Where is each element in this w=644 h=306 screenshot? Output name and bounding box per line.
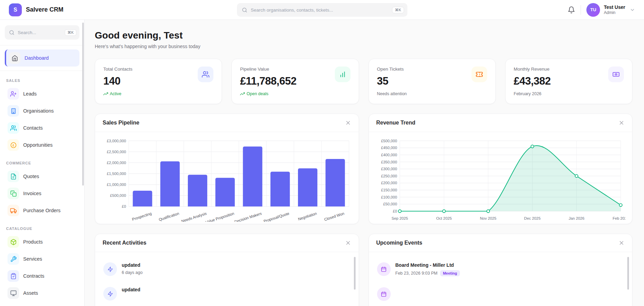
calendar-icon xyxy=(377,262,391,276)
close-icon[interactable] xyxy=(618,240,625,246)
stat-footer: Active xyxy=(103,91,133,96)
user-plus-icon xyxy=(8,88,19,100)
zap-icon xyxy=(103,262,117,276)
svg-text:£250,000: £250,000 xyxy=(381,174,397,178)
sidebar-item-services[interactable]: Services xyxy=(5,250,79,267)
home-icon xyxy=(9,52,20,64)
list-scrollbar[interactable] xyxy=(354,257,356,290)
sidebar-item-label: Leads xyxy=(23,91,37,97)
sidebar-item-label: Contracts xyxy=(23,273,44,279)
page-title: Good evening, Test xyxy=(95,30,632,41)
sidebar-item-label: Services xyxy=(23,256,42,262)
svg-text:£400,000: £400,000 xyxy=(381,153,397,157)
sidebar-item-products[interactable]: Products xyxy=(5,233,79,250)
svg-text:Feb 2026: Feb 2026 xyxy=(612,216,625,220)
stat-value: £43,382 xyxy=(514,75,551,87)
sales-pipeline-panel: Sales Pipeline £0£500,000£1,000,000£1,50… xyxy=(95,114,359,224)
page-subtitle: Here's what's happening with your busine… xyxy=(95,44,632,49)
svg-text:£1,500,000: £1,500,000 xyxy=(107,172,126,176)
svg-text:Sep 2025: Sep 2025 xyxy=(391,216,408,220)
panel-title: Upcoming Events xyxy=(376,240,422,246)
event-item[interactable] xyxy=(377,282,624,306)
svg-text:Dec 2025: Dec 2025 xyxy=(524,216,540,220)
sidebar: ⌘K Dashboard SALES Leads Organisations C… xyxy=(0,20,85,306)
notifications-button[interactable] xyxy=(568,6,575,14)
recent-activities-panel: Recent Activities updated 6 days ago upd… xyxy=(95,234,359,306)
stat-card-open-tickets: Open Tickets 35 Needs attention xyxy=(369,59,496,104)
sidebar-item-assets[interactable]: Assets xyxy=(5,285,79,302)
svg-text:Proposal/Quote: Proposal/Quote xyxy=(263,211,290,222)
panel-title: Recent Activities xyxy=(103,240,146,246)
sidebar-item-contacts[interactable]: Contacts xyxy=(5,119,79,136)
svg-text:£0: £0 xyxy=(393,209,397,213)
stat-value: 140 xyxy=(103,75,133,87)
stat-value: 35 xyxy=(377,75,407,87)
svg-text:£1,000,000: £1,000,000 xyxy=(107,183,126,187)
zap-icon xyxy=(103,287,117,301)
user-name: Test User xyxy=(604,4,625,10)
close-icon[interactable] xyxy=(618,120,625,126)
event-item[interactable]: Board Meeting - Miller Ltd Feb 23, 2026 … xyxy=(377,257,624,282)
stat-label: Open Tickets xyxy=(377,67,407,72)
sidebar-item-label: Quotes xyxy=(23,174,39,179)
sidebar-section-catalogue: CATALOGUE xyxy=(6,227,78,231)
sidebar-item-organisations[interactable]: Organisations xyxy=(5,102,79,119)
sidebar-scrollbar[interactable] xyxy=(82,23,84,186)
svg-text:Qualification: Qualification xyxy=(158,211,180,222)
revenue-trend-panel: Revenue Trend £0£50,000£100,000£150,000£… xyxy=(369,114,633,224)
svg-text:Closed Won: Closed Won xyxy=(324,211,345,221)
sidebar-section-sales: SALES xyxy=(6,78,78,83)
svg-text:Prospecting: Prospecting xyxy=(132,211,152,221)
sidebar-item-invoices[interactable]: Invoices xyxy=(5,185,79,202)
svg-text:Jan 2026: Jan 2026 xyxy=(568,216,584,220)
stat-cards: Total Contacts 140 Active Pipeline Value… xyxy=(95,59,632,104)
activity-item[interactable]: updated 6 days ago xyxy=(103,257,350,281)
sidebar-item-quotes[interactable]: Quotes xyxy=(5,168,79,185)
sidebar-item-leads[interactable]: Leads xyxy=(5,85,79,102)
sidebar-item-label: Contacts xyxy=(23,125,43,131)
pound-circle-icon: £ xyxy=(8,139,19,151)
ticket-icon xyxy=(471,67,487,82)
sidebar-item-opportunities[interactable]: £ Opportunities xyxy=(5,136,79,154)
brand-logo: S xyxy=(9,3,22,16)
close-icon[interactable] xyxy=(345,120,351,126)
sidebar-section-commerce: COMMERCE xyxy=(6,161,78,165)
event-badge: Meeting xyxy=(440,270,460,276)
upcoming-events-panel: Upcoming Events Board Meeting - Miller L… xyxy=(369,234,633,306)
user-menu[interactable]: TU Test User Admin xyxy=(586,3,635,17)
svg-text:Needs Analysis: Needs Analysis xyxy=(181,211,207,222)
svg-text:£150,000: £150,000 xyxy=(381,188,397,192)
svg-text:Nov 2025: Nov 2025 xyxy=(480,216,496,220)
stat-card-total-contacts: Total Contacts 140 Active xyxy=(95,59,222,104)
avatar: TU xyxy=(586,3,600,17)
sidebar-search-input[interactable] xyxy=(18,30,62,35)
building-icon xyxy=(8,105,19,117)
svg-text:Value Proposition: Value Proposition xyxy=(205,211,235,222)
list-scrollbar[interactable] xyxy=(627,257,629,290)
global-search[interactable]: ⌘K xyxy=(237,3,407,17)
revenue-trend-chart: £0£50,000£100,000£150,000£200,000£250,00… xyxy=(369,132,632,224)
svg-text:£50,000: £50,000 xyxy=(383,202,397,206)
top-bar: S Salvere CRM ⌘K TU Test User Admin xyxy=(0,0,644,20)
activity-item[interactable]: updated xyxy=(103,281,350,306)
svg-text:£2,500,000: £2,500,000 xyxy=(107,150,126,154)
svg-text:£200,000: £200,000 xyxy=(381,181,397,185)
trending-up-icon xyxy=(103,91,108,96)
monitor-icon xyxy=(8,287,19,299)
sidebar-item-dashboard[interactable]: Dashboard xyxy=(5,49,79,67)
activity-title: updated xyxy=(122,262,143,268)
stat-label: Monthly Revenue xyxy=(514,67,551,72)
sales-pipeline-chart: £0£500,000£1,000,000£1,500,000£2,000,000… xyxy=(95,132,359,224)
sidebar-item-label: Organisations xyxy=(23,108,54,114)
clipboard-check-icon xyxy=(8,270,19,282)
sidebar-search[interactable]: ⌘K xyxy=(5,25,79,40)
close-icon[interactable] xyxy=(345,240,351,246)
svg-text:£: £ xyxy=(13,143,14,147)
event-title: Board Meeting - Miller Ltd xyxy=(395,262,460,268)
stat-footer: Needs attention xyxy=(377,91,407,96)
global-search-input[interactable] xyxy=(251,8,389,13)
sidebar-item-contracts[interactable]: Contracts xyxy=(5,267,79,285)
svg-text:£300,000: £300,000 xyxy=(381,167,397,171)
sidebar-item-purchase-orders[interactable]: Purchase Orders xyxy=(5,202,79,219)
stat-footer: February 2026 xyxy=(514,91,551,96)
